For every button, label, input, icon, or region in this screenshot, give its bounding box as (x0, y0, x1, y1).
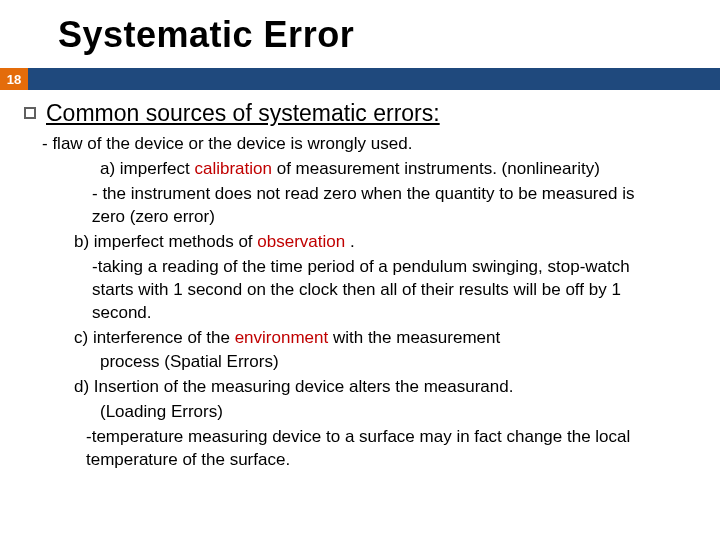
lead-row: Common sources of systematic errors: (22, 100, 698, 127)
item-a-red: calibration (194, 159, 272, 178)
item-b-post: . (345, 232, 354, 251)
item-a-post: of measurement instruments. (nonlinearit… (272, 159, 600, 178)
item-c-indent: process (Spatial Errors) (100, 351, 698, 374)
item-d-pre: d) Insertion of the measuring device alt… (74, 377, 513, 396)
item-b: b) imperfect methods of observation . (74, 231, 698, 254)
item-d: d) Insertion of the measuring device alt… (74, 376, 658, 399)
item-a-note: - the instrument does not read zero when… (92, 183, 638, 229)
item-b-note: -taking a reading of the time period of … (92, 256, 638, 325)
item-a-pre: a) imperfect (100, 159, 194, 178)
header-bar (28, 68, 720, 90)
item-d-note: -temperature measuring device to a surfa… (86, 426, 638, 472)
content-area: Common sources of systematic errors: - f… (0, 90, 720, 472)
flaw-line: - flaw of the device or the device is wr… (42, 133, 698, 156)
body-text: - flaw of the device or the device is wr… (22, 133, 698, 472)
item-b-red: observation (257, 232, 345, 251)
item-d-indent: (Loading Errors) (100, 401, 698, 424)
badge-row: 18 (0, 68, 720, 90)
slide-title: Systematic Error (0, 0, 720, 68)
item-c-post: with the measurement (328, 328, 500, 347)
slide: Systematic Error 18 Common sources of sy… (0, 0, 720, 540)
item-c-pre: c) interference of the (74, 328, 235, 347)
item-c-red: environment (235, 328, 329, 347)
item-a: a) imperfect calibration of measurement … (100, 158, 698, 181)
bullet-square-icon (24, 107, 36, 119)
page-number-badge: 18 (0, 68, 28, 90)
lead-text: Common sources of systematic errors: (46, 100, 440, 127)
item-b-pre: b) imperfect methods of (74, 232, 257, 251)
item-c: c) interference of the environment with … (74, 327, 658, 350)
